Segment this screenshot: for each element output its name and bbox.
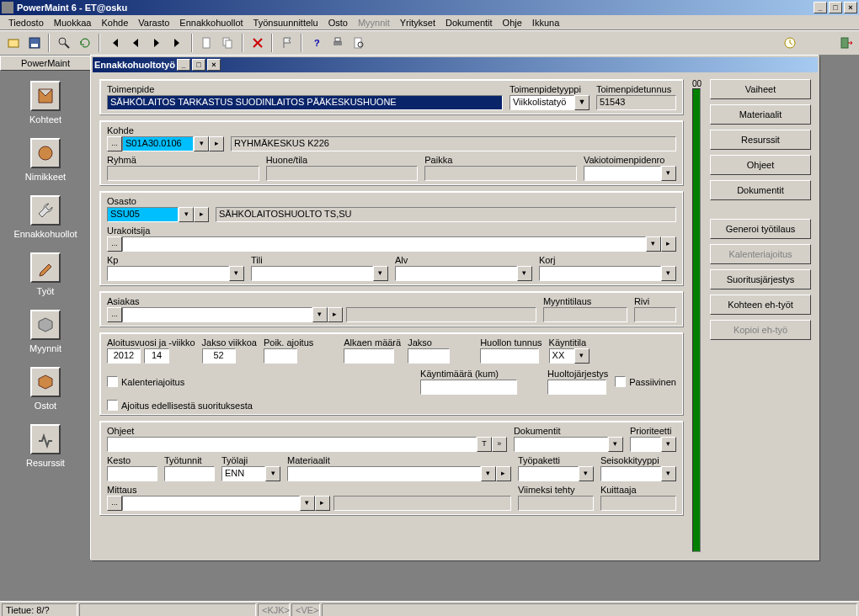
- mittaus-input[interactable]: [122, 496, 300, 511]
- tool-next-icon[interactable]: [147, 34, 166, 52]
- tool-last-icon[interactable]: [168, 34, 187, 52]
- aloitus-viikko-input[interactable]: 14: [144, 348, 169, 364]
- alv-lookup-button[interactable]: ▾: [517, 266, 532, 281]
- tool-prev-icon[interactable]: [125, 34, 145, 52]
- menu-tyonsuunnittelu[interactable]: Työnsuunnittelu: [248, 16, 323, 29]
- tyolaji-lookup-button[interactable]: ▾: [265, 466, 280, 481]
- jakso2-input[interactable]: [408, 348, 450, 364]
- generoi-button[interactable]: Generoi työtilaus: [710, 219, 811, 239]
- tool-exit-icon[interactable]: [836, 34, 856, 52]
- korj-input[interactable]: [539, 266, 661, 281]
- sidebar-item-ostot[interactable]: Ostot: [3, 360, 88, 417]
- sidebar-item-tyot[interactable]: Työt: [3, 246, 88, 303]
- poik-input[interactable]: [264, 348, 297, 364]
- tool-help-icon[interactable]: ?: [307, 34, 326, 52]
- toimenpide-input[interactable]: SÄHKÖLAITOS TARKASTUS SUODINLAITOS PÄÄKE…: [107, 95, 503, 110]
- kp-input[interactable]: [107, 266, 229, 281]
- osasto-input[interactable]: SSU05: [107, 207, 179, 222]
- passiivinen-checkbox[interactable]: Passiivinen: [615, 376, 676, 387]
- tool-open-icon[interactable]: [3, 34, 23, 52]
- kohde-browse-button[interactable]: ...: [107, 136, 122, 151]
- urakoitsija-browse-button[interactable]: ...: [107, 236, 122, 252]
- dokumentit-button[interactable]: Dokumentit: [710, 180, 811, 200]
- kalenteriajoitus-checkbox[interactable]: Kalenteriajoitus: [107, 376, 184, 387]
- toimenpidetyyppi-input[interactable]: Viikkolistatyö: [510, 95, 574, 110]
- dokumentit-lookup-button[interactable]: ▾: [608, 437, 623, 452]
- mdi-maximize-button[interactable]: □: [192, 59, 205, 71]
- dokumentit-input[interactable]: [514, 437, 608, 452]
- seisokki-lookup-button[interactable]: ▾: [661, 466, 676, 481]
- materiaalit-button[interactable]: Materiaalit: [710, 104, 811, 125]
- menu-dokumentit[interactable]: Dokumentit: [440, 16, 498, 29]
- ohjeet-input[interactable]: [107, 437, 477, 452]
- kayntimaara-input[interactable]: [420, 380, 517, 395]
- tool-clock-icon[interactable]: [780, 34, 799, 52]
- kp-lookup-button[interactable]: ▾: [229, 266, 244, 281]
- menu-yritykset[interactable]: Yritykset: [395, 16, 440, 29]
- menu-muokkaa[interactable]: Muokkaa: [49, 16, 97, 29]
- urakoitsija-input[interactable]: [122, 236, 646, 252]
- sidebar-item-resurssit[interactable]: Resurssit: [3, 417, 88, 475]
- osasto-lookup-button[interactable]: ▾: [179, 207, 194, 222]
- menu-kohde[interactable]: Kohde: [96, 16, 133, 29]
- tool-save-icon[interactable]: [24, 34, 44, 52]
- osasto-link-button[interactable]: ▸: [194, 207, 209, 222]
- menu-myynnit[interactable]: Myynnit: [353, 16, 395, 29]
- tyolaji-input[interactable]: ENN: [221, 466, 265, 481]
- seisokki-input[interactable]: [600, 466, 661, 481]
- tyopaketti-input[interactable]: [518, 466, 579, 481]
- tili-lookup-button[interactable]: ▾: [373, 266, 388, 281]
- tool-new-icon[interactable]: [197, 34, 216, 52]
- minimize-button[interactable]: _: [814, 2, 827, 13]
- tool-print-icon[interactable]: [328, 34, 347, 52]
- menu-tiedosto[interactable]: Tiedosto: [3, 16, 49, 29]
- alv-input[interactable]: [395, 266, 517, 281]
- resurssit-button[interactable]: Resurssit: [710, 130, 811, 150]
- kohteen-button[interactable]: Kohteen eh-työt: [710, 295, 811, 315]
- asiakas-lookup-button[interactable]: ▾: [312, 307, 328, 322]
- huoltojar-input[interactable]: [547, 380, 606, 395]
- materiaalit-lookup-button[interactable]: ▾: [481, 466, 496, 481]
- sidebar-item-myynnit[interactable]: Myynnit: [3, 303, 88, 360]
- vakiotoimen-lookup-button[interactable]: ▾: [661, 166, 676, 181]
- tyopaketti-lookup-button[interactable]: ▾: [579, 466, 594, 481]
- prioriteetti-lookup-button[interactable]: ▾: [661, 437, 676, 452]
- sidebar-item-kohteet[interactable]: Kohteet: [3, 74, 88, 131]
- huollon-input[interactable]: [480, 348, 539, 364]
- tool-search-icon[interactable]: [54, 34, 73, 52]
- kohde-lookup-button[interactable]: ▾: [194, 136, 209, 151]
- asiakas-link-button[interactable]: ▸: [328, 307, 343, 322]
- tyotunnit-input[interactable]: [164, 466, 215, 481]
- kayntitila-input[interactable]: XX: [549, 348, 574, 364]
- suoritus-button[interactable]: Suoritusjärjestys: [710, 269, 811, 289]
- ajoitus-edellisesta-checkbox[interactable]: Ajoitus edellisestä suorituksesta: [107, 400, 253, 411]
- tool-delete-icon[interactable]: [248, 34, 267, 52]
- urakoitsija-lookup-button[interactable]: ▾: [646, 236, 661, 252]
- jakso-input[interactable]: 52: [202, 348, 236, 364]
- kohde-input[interactable]: S01A30.0106: [122, 136, 194, 151]
- menu-ohje[interactable]: Ohje: [498, 16, 527, 29]
- tool-first-icon[interactable]: [104, 34, 124, 52]
- materiaalit-input[interactable]: [287, 466, 481, 481]
- mdi-minimize-button[interactable]: _: [177, 59, 190, 71]
- mdi-close-button[interactable]: ×: [207, 59, 221, 71]
- kesto-input[interactable]: [107, 466, 157, 481]
- ohjeet-button[interactable]: Ohjeet: [710, 155, 811, 175]
- tool-flag-icon[interactable]: [277, 34, 296, 52]
- mittaus-browse-button[interactable]: ...: [107, 496, 122, 511]
- menu-osto[interactable]: Osto: [323, 16, 353, 29]
- korj-lookup-button[interactable]: ▾: [661, 266, 676, 281]
- kopioi-button[interactable]: Kopioi eh-työ: [710, 320, 811, 340]
- menu-varasto[interactable]: Varasto: [133, 16, 174, 29]
- kayntitila-lookup-button[interactable]: ▾: [574, 348, 590, 364]
- tool-copy-icon[interactable]: [218, 34, 237, 52]
- mittaus-link-button[interactable]: ▸: [315, 496, 330, 511]
- aloitus-vuosi-input[interactable]: 2012: [107, 348, 141, 364]
- prioriteetti-input[interactable]: [630, 437, 661, 452]
- menu-ikkuna[interactable]: Ikkuna: [527, 16, 564, 29]
- asiakas-input[interactable]: [122, 307, 312, 322]
- vaiheet-button[interactable]: Vaiheet: [710, 79, 811, 99]
- menu-ennakkohuollot[interactable]: Ennakkohuollot: [174, 16, 248, 29]
- tool-refresh-icon[interactable]: [75, 34, 94, 52]
- close-button[interactable]: ×: [844, 2, 857, 13]
